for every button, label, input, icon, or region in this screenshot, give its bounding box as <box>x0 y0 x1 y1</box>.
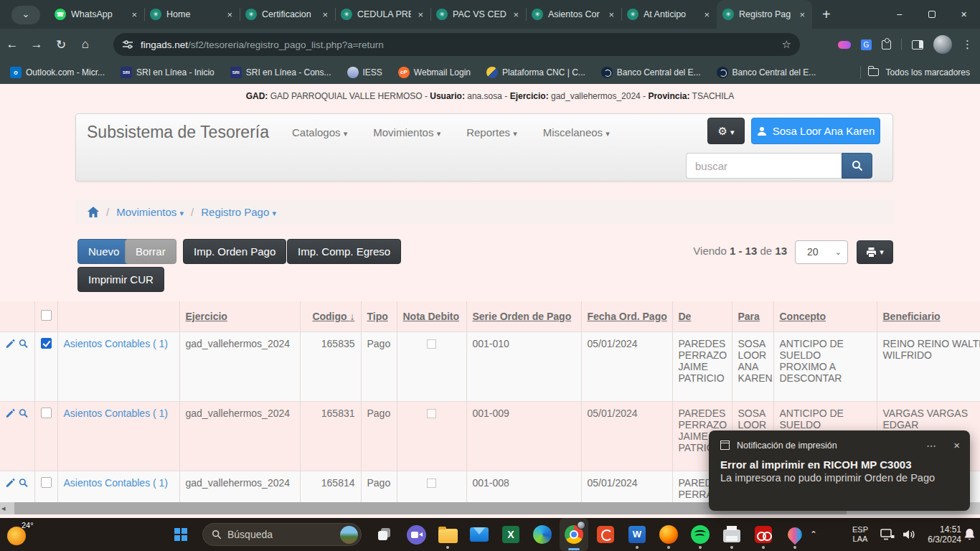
tab-close-icon[interactable]: × <box>607 9 616 20</box>
spotify-app-button[interactable] <box>686 518 715 551</box>
bookmark-item[interactable]: Banco Central del E... <box>717 67 816 78</box>
asientos-contables-link[interactable]: Asientos Contables ( 1) <box>64 408 169 419</box>
clock-widget[interactable]: 14:516/3/2024 <box>921 518 961 551</box>
bookmark-item[interactable]: Banco Central del E... <box>601 67 701 78</box>
word-app-button[interactable]: W <box>623 518 651 551</box>
extensions-puzzle-icon[interactable] <box>882 40 891 50</box>
minimize-button[interactable]: − <box>883 0 915 29</box>
site-settings-icon[interactable] <box>122 39 133 50</box>
settings-gear-button[interactable]: ⚙ ▾ <box>707 118 745 144</box>
translate-icon[interactable]: G <box>861 39 872 50</box>
menu-item[interactable]: Catalogos ▾ <box>292 126 347 138</box>
browser-tab[interactable]: ☎ WhatsApp × <box>49 0 144 29</box>
reload-icon[interactable]: ↻ <box>49 37 73 52</box>
header-de[interactable]: De <box>672 301 732 331</box>
select-all-checkbox[interactable] <box>41 310 52 321</box>
notification-close-icon[interactable]: × <box>953 439 960 451</box>
volume-button[interactable] <box>898 518 920 551</box>
tray-overflow-button[interactable]: ⌃ <box>805 518 822 551</box>
view-magnifier-icon[interactable] <box>19 408 28 419</box>
nota-debito-checkbox[interactable] <box>427 339 436 349</box>
row-checkbox[interactable] <box>41 477 52 488</box>
side-panel-icon[interactable] <box>912 40 923 50</box>
start-button[interactable] <box>169 518 192 551</box>
browser-menu-icon[interactable]: ⋮ <box>962 38 973 51</box>
weather-widget[interactable]: 24° <box>3 518 42 551</box>
search-button[interactable] <box>842 153 872 179</box>
edit-pencil-icon[interactable] <box>6 408 15 419</box>
acrobat-app-button[interactable] <box>749 518 778 551</box>
tab-close-icon[interactable]: × <box>416 9 425 20</box>
page-size-select[interactable]: 20⌄ <box>795 240 848 264</box>
firefox-app-button[interactable] <box>654 518 683 551</box>
taskbar-search[interactable]: Búsqueda <box>202 518 362 551</box>
user-account-button[interactable]: Sosa Loor Ana Karen <box>751 118 880 144</box>
bookmark-item[interactable]: Plataforma CNC | C... <box>486 67 585 78</box>
menu-item[interactable]: Movimientos ▾ <box>373 126 440 138</box>
header-serie[interactable]: Serie Orden de Pago <box>466 301 581 331</box>
header-tipo[interactable]: Tipo <box>361 301 397 331</box>
bookmark-star-icon[interactable]: ☆ <box>782 38 791 51</box>
tab-close-icon[interactable]: × <box>512 9 520 20</box>
edge-app-button[interactable] <box>528 518 557 551</box>
notification-center-button[interactable] <box>960 518 979 551</box>
back-icon[interactable]: ← <box>0 37 24 52</box>
row-checkbox[interactable] <box>41 408 52 418</box>
tab-close-icon[interactable]: × <box>225 9 234 20</box>
view-magnifier-icon[interactable] <box>19 338 28 349</box>
view-magnifier-icon[interactable] <box>19 477 28 489</box>
scroll-left-icon[interactable]: ◂ <box>1 503 6 514</box>
tab-close-icon[interactable]: × <box>702 9 711 20</box>
header-nota-debito[interactable]: Nota Debito <box>397 301 466 331</box>
address-bar[interactable]: fingads.net/sf2/tesoreria/registro_pago_… <box>113 33 800 56</box>
extension-cloud-icon[interactable] <box>838 41 851 49</box>
bookmark-item[interactable]: SRI SRI en Línea - Cons... <box>230 67 331 78</box>
bookmark-item[interactable]: SRI SRI en Línea - Inicio <box>121 67 215 78</box>
nota-debito-checkbox[interactable] <box>427 479 436 488</box>
header-codigo[interactable]: Codigo ↓ <box>300 301 361 331</box>
header-beneficiario[interactable]: Beneficiario <box>877 301 980 331</box>
printer-queue-button[interactable] <box>717 518 746 551</box>
search-input[interactable] <box>686 153 842 179</box>
teams-app-button[interactable] <box>402 518 430 551</box>
maximize-button[interactable] <box>915 0 948 29</box>
print-notification-toast[interactable]: Notificación de impresión ⋯ × Error al i… <box>709 430 970 511</box>
edit-pencil-icon[interactable] <box>6 338 15 349</box>
browser-tab[interactable]: ✳ Home × <box>144 0 240 29</box>
print-menu-button[interactable]: ▾ <box>857 240 893 264</box>
network-display-button[interactable] <box>877 518 898 551</box>
notification-more-icon[interactable]: ⋯ <box>926 440 936 451</box>
profile-avatar[interactable] <box>933 35 952 54</box>
print-cur-button[interactable]: Imprimir CUR <box>77 267 164 292</box>
language-indicator[interactable]: ESPLAA <box>848 518 872 551</box>
browser-tab[interactable]: ✳ At Anticipo × <box>621 0 717 29</box>
browser-tab[interactable]: ✳ Registro Pag × <box>717 0 812 29</box>
breadcrumb-link[interactable]: Registro Pago ▾ <box>201 206 276 218</box>
breadcrumb-link[interactable]: Movimientos ▾ <box>116 206 184 218</box>
browser-tab[interactable]: ✳ Asientos Cor × <box>526 0 621 29</box>
browser-tab[interactable]: ✳ CEDULA PRE × <box>335 0 430 29</box>
tab-close-icon[interactable]: × <box>798 9 806 20</box>
nota-debito-checkbox[interactable] <box>427 409 436 418</box>
browser-tab[interactable]: ✳ Certificacion × <box>240 0 335 29</box>
new-tab-button[interactable]: + <box>822 6 831 23</box>
edit-pencil-icon[interactable] <box>6 477 15 489</box>
chrome-app-button[interactable] <box>560 518 588 551</box>
home-icon[interactable] <box>88 207 99 217</box>
header-ejercicio[interactable]: Ejercicio <box>179 301 300 331</box>
mail-app-button[interactable] <box>465 518 494 551</box>
menu-item[interactable]: Reportes ▾ <box>466 126 517 138</box>
header-para[interactable]: Para <box>732 301 773 331</box>
home-icon[interactable]: ⌂ <box>73 37 98 52</box>
all-bookmarks-label[interactable]: Todos los marcadores <box>886 67 970 77</box>
bookmark-item[interactable]: o Outlook.com - Micr... <box>10 67 105 78</box>
asientos-contables-link[interactable]: Asientos Contables ( 1) <box>64 338 169 349</box>
file-explorer-button[interactable] <box>433 518 462 551</box>
browser-tab[interactable]: ✳ PAC VS CEDU × <box>430 0 526 29</box>
task-view-button[interactable] <box>370 518 399 551</box>
red-app-button[interactable] <box>591 518 620 551</box>
tab-search-icon[interactable]: ⌄ <box>11 6 40 24</box>
header-concepto[interactable]: Concepto <box>773 301 877 331</box>
asientos-contables-link[interactable]: Asientos Contables ( 1) <box>64 477 169 489</box>
close-button[interactable]: × <box>948 0 980 29</box>
